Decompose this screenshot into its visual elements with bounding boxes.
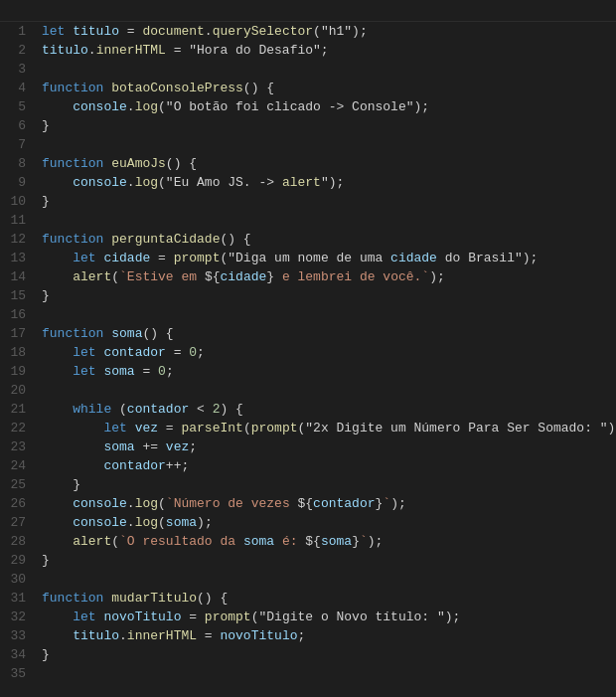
- line-number: 32: [8, 608, 26, 626]
- code-line: titulo.innerHTML = "Hora do Desafio";: [42, 41, 616, 60]
- code-line: }: [42, 551, 616, 570]
- code-line: }: [42, 116, 616, 135]
- code-line: }: [42, 645, 616, 664]
- code-line: soma += vez;: [42, 437, 616, 456]
- line-number: 27: [8, 513, 26, 532]
- code-line: console.log("Eu Amo JS. -> alert");: [42, 173, 616, 192]
- line-number: 35: [8, 664, 26, 683]
- code-content[interactable]: let titulo = document.querySelector("h1"…: [38, 22, 616, 697]
- code-line: let vez = parseInt(prompt("2x Digite um …: [42, 419, 616, 437]
- line-number: 11: [8, 211, 26, 230]
- code-line: contador++;: [42, 456, 616, 475]
- line-number: 24: [8, 456, 26, 475]
- code-line: console.log(soma);: [42, 513, 616, 532]
- line-number: 5: [8, 97, 26, 116]
- line-number: 9: [8, 173, 26, 192]
- code-line: while (contador < 2) {: [42, 400, 616, 419]
- code-editor: 1234567891011121314151617181920212223242…: [0, 22, 616, 697]
- code-line: [42, 211, 616, 230]
- line-numbers: 1234567891011121314151617181920212223242…: [0, 22, 38, 697]
- line-number: 2: [8, 41, 26, 60]
- line-number: 33: [8, 626, 26, 645]
- line-number: 22: [8, 419, 26, 437]
- code-line: function euAmoJs() {: [42, 154, 616, 173]
- line-number: 34: [8, 645, 26, 664]
- code-line: console.log(`Número de vezes ${contador}…: [42, 494, 616, 513]
- line-number: 6: [8, 116, 26, 135]
- code-line: let novoTitulo = prompt("Digite o Novo t…: [42, 608, 616, 626]
- line-number: 31: [8, 589, 26, 608]
- code-line: }: [42, 286, 616, 305]
- code-line: [42, 570, 616, 589]
- code-line: function perguntaCidade() {: [42, 230, 616, 249]
- code-line: alert(`O resultado da soma é: ${soma}`);: [42, 532, 616, 551]
- line-number: 14: [8, 267, 26, 286]
- line-number: 10: [8, 192, 26, 211]
- code-line: function mudarTitulo() {: [42, 589, 616, 608]
- code-line: let contador = 0;: [42, 343, 616, 362]
- line-number: 8: [8, 154, 26, 173]
- code-line: [42, 60, 616, 79]
- line-number: 28: [8, 532, 26, 551]
- line-number: 1: [8, 22, 26, 41]
- code-line: [42, 135, 616, 154]
- code-line: [42, 664, 616, 683]
- code-line: [42, 305, 616, 324]
- code-line: let titulo = document.querySelector("h1"…: [42, 22, 616, 41]
- line-number: 20: [8, 381, 26, 400]
- code-line: let soma = 0;: [42, 362, 616, 381]
- code-line: function botaoConsolePress() {: [42, 79, 616, 97]
- breadcrumb: [0, 0, 616, 22]
- line-number: 17: [8, 324, 26, 343]
- code-line: function soma() {: [42, 324, 616, 343]
- line-number: 29: [8, 551, 26, 570]
- code-line: titulo.innerHTML = novoTitulo;: [42, 626, 616, 645]
- line-number: 7: [8, 135, 26, 154]
- line-number: 4: [8, 79, 26, 97]
- code-line: }: [42, 475, 616, 494]
- code-line: console.log("O botão foi clicado -> Cons…: [42, 97, 616, 116]
- code-line: let cidade = prompt("Diga um nome de uma…: [42, 249, 616, 267]
- line-number: 26: [8, 494, 26, 513]
- line-number: 13: [8, 249, 26, 267]
- line-number: 12: [8, 230, 26, 249]
- line-number: 23: [8, 437, 26, 456]
- line-number: 3: [8, 60, 26, 79]
- code-line: alert(`Estive em ${cidade} e lembrei de …: [42, 267, 616, 286]
- line-number: 25: [8, 475, 26, 494]
- code-line: [42, 381, 616, 400]
- line-number: 21: [8, 400, 26, 419]
- code-line: }: [42, 192, 616, 211]
- line-number: 18: [8, 343, 26, 362]
- line-number: 19: [8, 362, 26, 381]
- line-number: 15: [8, 286, 26, 305]
- line-number: 16: [8, 305, 26, 324]
- line-number: 30: [8, 570, 26, 589]
